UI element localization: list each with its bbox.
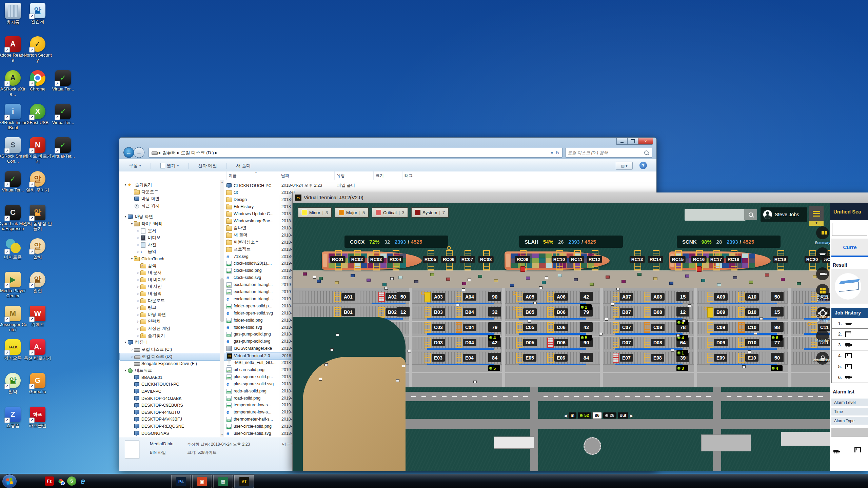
tree-item-29[interactable]: DAVID-PC bbox=[119, 388, 161, 395]
file-row-14[interactable]: exclamation-triangl...2019-0 bbox=[226, 281, 277, 288]
tree-item-23[interactable]: ▷로컬 디스크 (C:) bbox=[119, 346, 172, 353]
yard-block-c05[interactable]: C05 bbox=[516, 323, 537, 332]
file-row-30[interactable]: road-solid.png2019-0 bbox=[226, 394, 277, 402]
alarm-filter-major[interactable]: Major|5 bbox=[335, 207, 369, 218]
alarm-filter-system[interactable]: System|7 bbox=[411, 207, 449, 218]
quay-crane-rc12[interactable]: RC12 bbox=[587, 256, 602, 263]
yard-block-e05[interactable]: E05 bbox=[516, 353, 536, 363]
tree-expander[interactable]: ▷ bbox=[136, 236, 140, 239]
yard-block-b01[interactable]: B01 bbox=[334, 307, 355, 317]
taskbar-icon-capture-app[interactable]: S bbox=[67, 476, 76, 486]
alarm-filter-minor[interactable]: Minor|3 bbox=[298, 207, 332, 218]
file-row-23[interactable]: I3GSvcManager.exe2018-0 bbox=[226, 345, 277, 352]
yard-block-b09[interactable]: B09 bbox=[707, 307, 728, 317]
tree-item-30[interactable]: DESKTOP-14OJABK bbox=[119, 395, 182, 402]
tree-expander[interactable]: ▼ bbox=[123, 183, 127, 186]
tree-item-4[interactable]: ▼바탕 화면 bbox=[119, 213, 153, 220]
tree-item-10[interactable]: ▼●ClicknTouch bbox=[119, 255, 164, 262]
job-history-row-1[interactable]: 1. bbox=[831, 318, 868, 329]
yard-block-a09[interactable]: A09 bbox=[707, 292, 728, 302]
file-row-16[interactable]: eexclamation-triangl...2019-0 bbox=[226, 295, 277, 302]
column-header-2[interactable]: 유형 bbox=[334, 171, 376, 180]
yard-block-a02[interactable]: A02 bbox=[378, 292, 399, 302]
file-row-26[interactable]: oil-can-solid.png2019-0 bbox=[226, 366, 277, 373]
tree-expander[interactable]: ▷ bbox=[136, 243, 140, 246]
help-button[interactable]: ? bbox=[639, 162, 647, 169]
tree-expander[interactable]: ▷ bbox=[136, 229, 140, 232]
file-row-20[interactable]: efolder-solid.svg2018-0 bbox=[226, 324, 277, 331]
yard-block-d08[interactable]: D08 bbox=[644, 338, 665, 347]
yard-block-b03[interactable]: B03 bbox=[425, 307, 445, 317]
virtual-terminal-window[interactable]: vt Virtual Terminal JAT2(V2.0) Steve Job… bbox=[292, 192, 868, 471]
file-row-18[interactable]: efolder-open-solid.svg2018-0 bbox=[226, 309, 277, 317]
quay-crane-rc11[interactable]: RC11 bbox=[569, 256, 584, 263]
job-history-row-5[interactable]: 5. bbox=[831, 361, 868, 372]
quay-crane-rc15[interactable]: RC15 bbox=[670, 256, 686, 263]
yard-block-d05[interactable]: D05 bbox=[516, 338, 537, 347]
toolbar-open-button[interactable]: 열기▾ bbox=[160, 163, 179, 169]
toolbar-new-folder-button[interactable]: 새 폴더 bbox=[236, 163, 251, 169]
tree-item-15[interactable]: ▷내 음악 bbox=[119, 290, 162, 297]
file-row-29[interactable]: redo-alt-solid.png2018-0 bbox=[226, 387, 277, 394]
yard-block-b02[interactable]: B02 bbox=[378, 307, 399, 317]
yard-block-c10[interactable]: C10 bbox=[738, 323, 759, 332]
tree-item-12[interactable]: ▷내 문서 bbox=[119, 269, 162, 276]
file-row-21[interactable]: gas-pump-solid.png2018-0 bbox=[226, 331, 277, 338]
yard-block-c06[interactable]: C06 bbox=[547, 323, 568, 332]
yard-block-c09[interactable]: C09 bbox=[707, 323, 728, 332]
column-header-3[interactable]: 크기 bbox=[373, 171, 405, 180]
tree-item-28[interactable]: CLICKNTOUCH-PC bbox=[119, 381, 179, 388]
tree-expander[interactable]: ▷ bbox=[136, 313, 140, 316]
file-row-1[interactable]: clt2018-0 bbox=[226, 189, 277, 196]
shortcut-virtual-terminal[interactable]: ✓↗VirtualTer... bbox=[48, 70, 78, 92]
tab-current[interactable]: Curre bbox=[831, 239, 868, 257]
file-row-8[interactable]: 퍼블리싱소스2018-0 bbox=[226, 239, 277, 246]
yard-block-d03[interactable]: D03 bbox=[425, 338, 445, 347]
tree-expander[interactable]: ▼ bbox=[130, 222, 134, 225]
yard-block-e10[interactable]: E10 bbox=[738, 353, 758, 363]
yard-block-e08[interactable]: E08 bbox=[644, 353, 664, 363]
job-history-row-3[interactable]: 3. bbox=[831, 340, 868, 350]
shortcut-alsee-movie[interactable]: 알↗알씨 동영상 만들기 bbox=[23, 205, 53, 231]
tree-item-0[interactable]: ▼★즐겨찾기 bbox=[119, 181, 152, 188]
taskbar-button-excel[interactable]: ▦ bbox=[213, 475, 233, 488]
user-menu[interactable]: Steve Jobs bbox=[761, 207, 807, 222]
file-row-25[interactable]: -MSI_netfx_Full_GD...2018-0 bbox=[226, 359, 277, 366]
file-row-24[interactable]: vtVirtual Terminal 2.02018-0 bbox=[226, 352, 292, 360]
vt-search-input[interactable] bbox=[685, 209, 746, 221]
yard-block-a03[interactable]: A03 bbox=[425, 292, 445, 302]
yard-block-b10[interactable]: B10 bbox=[738, 307, 759, 317]
terminal-map[interactable]: Steve Jobs ▼ ◀ in 52 86 26 out ▶ 00:32:2… bbox=[293, 203, 830, 471]
yard-block-a07[interactable]: A07 bbox=[613, 292, 633, 302]
taskbar-button-virtual-terminal[interactable]: VT bbox=[234, 475, 254, 488]
tree-item-13[interactable]: ▷내 비디오 bbox=[119, 276, 166, 283]
maximize-button[interactable] bbox=[627, 138, 638, 145]
shortcut-alcapture[interactable]: 알↗알캡처 bbox=[23, 3, 53, 24]
yard-block-d10[interactable]: D10 bbox=[738, 338, 759, 347]
file-row-19[interactable]: folder-solid.png2018-0 bbox=[226, 317, 277, 324]
file-row-3[interactable]: FileHistory2018-0 bbox=[226, 203, 277, 210]
file-row-31[interactable]: temperature-low-s...2019-0 bbox=[226, 402, 277, 409]
hamburger-menu-button[interactable] bbox=[809, 206, 824, 221]
alarm-filter-critical[interactable]: Critical|3 bbox=[372, 207, 408, 218]
yard-block-b07[interactable]: B07 bbox=[613, 307, 633, 317]
file-row-34[interactable]: user-circle-solid.png2018-0 bbox=[226, 423, 277, 430]
tree-item-8[interactable]: ▷사진 bbox=[119, 241, 156, 248]
panel-search-input[interactable] bbox=[832, 223, 867, 236]
yard-block-a01[interactable]: A01 bbox=[334, 292, 355, 302]
file-row-32[interactable]: etemperature-low-s...2019-0 bbox=[226, 409, 277, 416]
tree-expander[interactable]: ▼ bbox=[123, 369, 127, 372]
tree-expander[interactable]: ▷ bbox=[136, 250, 140, 253]
gantry-icon[interactable] bbox=[854, 447, 861, 454]
tree-expander[interactable]: ▷ bbox=[130, 348, 134, 351]
shortcut-virtual-terminal[interactable]: ✓↗VirtualTer... bbox=[48, 104, 78, 125]
job-history-row-2[interactable]: 2. bbox=[831, 329, 868, 340]
tree-scrollbar[interactable]: ▲ ▼ bbox=[220, 180, 224, 437]
tree-item-22[interactable]: ▼컴퓨터 bbox=[119, 339, 148, 346]
quay-crane-rc16[interactable]: RC16 bbox=[691, 256, 707, 263]
quay-crane-rc01[interactable]: RC01 bbox=[330, 256, 346, 263]
back-button[interactable]: ← bbox=[123, 147, 134, 158]
toolbar-email-button[interactable]: 전자 메일 bbox=[198, 163, 217, 169]
yard-block-e09[interactable]: E09 bbox=[707, 353, 727, 363]
yard-block-d09[interactable]: D09 bbox=[707, 338, 728, 347]
